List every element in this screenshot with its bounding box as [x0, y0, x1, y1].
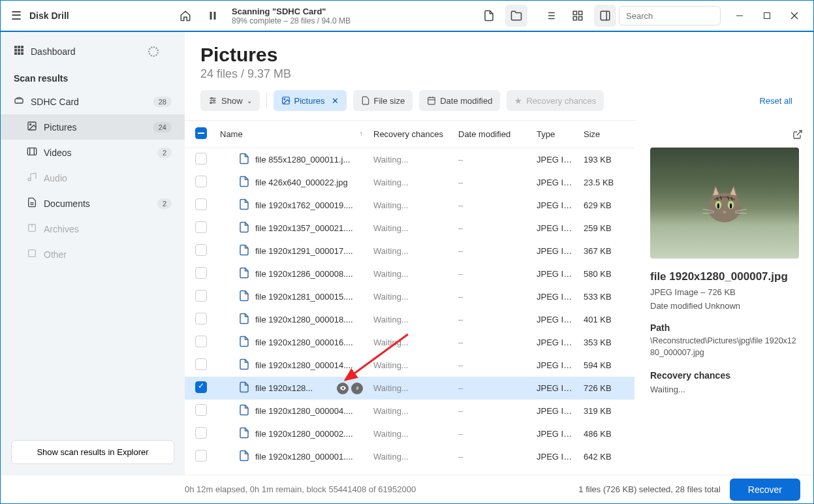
table-row[interactable]: file 426x640_000022.jpgWaiting...–JPEG I… — [185, 171, 634, 194]
divider — [266, 93, 267, 108]
column-header-size[interactable]: Size — [578, 121, 634, 148]
select-all-checkbox[interactable] — [195, 127, 207, 139]
table-row[interactable]: file 855x1280_000011.j...Waiting...–JPEG… — [185, 148, 634, 172]
svg-rect-12 — [601, 11, 610, 20]
row-checkbox[interactable] — [195, 176, 207, 187]
recovery-cell: Waiting... — [368, 217, 453, 240]
recovery-cell: Waiting... — [368, 285, 453, 308]
row-checkbox[interactable] — [195, 221, 207, 233]
column-header-recovery[interactable]: Recovery chances — [368, 121, 453, 148]
sidebar-item-audio[interactable]: Audio — [1, 165, 185, 191]
size-cell: 367 KB — [578, 240, 634, 262]
row-checkbox[interactable] — [195, 244, 207, 256]
sidebar-item-dashboard[interactable]: Dashboard — [1, 39, 185, 64]
row-checkbox[interactable] — [195, 404, 207, 416]
sidebar-badge: 2 — [157, 148, 172, 158]
sidebar-item-pictures[interactable]: Pictures24 — [1, 114, 185, 140]
close-button[interactable] — [781, 6, 808, 25]
maximize-button[interactable] — [753, 6, 781, 25]
sidebar-item-videos[interactable]: Videos2 — [1, 140, 185, 165]
svg-point-41 — [211, 97, 212, 99]
recovery-filter-label: Recovery chances — [526, 96, 596, 106]
sidebar-item-other[interactable]: Other — [1, 242, 185, 267]
show-filter-button[interactable]: Show ⌄ — [200, 90, 260, 111]
sidebar-item-archives[interactable]: Archives — [1, 216, 185, 242]
drive-icon — [14, 95, 31, 108]
panel-view-button[interactable] — [594, 5, 616, 27]
row-checkbox[interactable] — [195, 358, 207, 370]
date-cell: – — [453, 377, 531, 400]
preview-icon[interactable] — [337, 383, 349, 394]
search-input[interactable] — [626, 11, 736, 21]
reset-filters-link[interactable]: Reset all — [759, 96, 792, 106]
document-view-button[interactable] — [478, 5, 500, 27]
datemod-filter-button[interactable]: Date modified — [419, 90, 500, 111]
table-row[interactable]: file 1920x1280_000014....Waiting...–JPEG… — [185, 354, 634, 377]
scan-subtitle: 89% complete – 28 files / 94.0 MB — [232, 16, 351, 25]
size-cell: 353 KB — [578, 331, 634, 354]
pause-button[interactable] — [202, 5, 224, 27]
minimize-button[interactable] — [726, 6, 753, 25]
datemod-filter-label: Date modified — [440, 96, 492, 106]
recovery-cell: Waiting... — [368, 308, 453, 331]
pictures-filter-chip[interactable]: Pictures ✕ — [274, 90, 347, 111]
size-cell: 533 KB — [578, 285, 634, 308]
grid-view-button[interactable] — [567, 5, 589, 27]
row-checkbox[interactable] — [195, 336, 207, 347]
sidebar-item-label: Archives — [44, 224, 79, 234]
dashboard-icon — [14, 45, 31, 57]
chevron-down-icon: ⌄ — [247, 97, 252, 104]
column-header-date[interactable]: Date modified — [453, 121, 531, 148]
svg-point-43 — [213, 100, 215, 101]
svg-point-63 — [717, 203, 719, 208]
row-checkbox[interactable] — [195, 427, 207, 439]
sidebar-item-documents[interactable]: Documents2 — [1, 191, 185, 216]
table-row[interactable]: file 1920x1280_000004....Waiting...–JPEG… — [185, 400, 634, 422]
folder-view-button[interactable] — [505, 5, 527, 27]
column-header-type[interactable]: Type — [531, 121, 578, 148]
hamburger-icon[interactable]: ☰ — [6, 8, 27, 23]
recover-button[interactable]: Recover — [730, 479, 800, 501]
table-row[interactable]: file 1920x1280_000016....Waiting...–JPEG… — [185, 331, 634, 354]
type-cell: JPEG Im... — [531, 331, 578, 354]
table-row[interactable]: file 1920x1286_000008....Waiting...–JPEG… — [185, 262, 634, 285]
file-name: file 1920x128... — [255, 383, 332, 393]
show-in-explorer-button[interactable]: Show scan results in Explorer — [11, 440, 174, 464]
file-icon — [238, 427, 250, 441]
table-row[interactable]: file 1920x1280_000001....Waiting...–JPEG… — [185, 445, 634, 468]
size-cell: 726 KB — [578, 377, 634, 400]
hex-icon[interactable]: # — [351, 383, 363, 394]
svg-rect-0 — [210, 12, 212, 20]
search-box[interactable] — [619, 6, 721, 25]
type-cell: JPEG Im... — [531, 148, 578, 172]
row-checkbox[interactable] — [195, 450, 207, 462]
row-checkbox[interactable] — [195, 313, 207, 324]
file-table-wrapper[interactable]: Name↑ Recovery chances Date modified Typ… — [185, 120, 637, 475]
table-row[interactable]: file 1920x1280_000018....Waiting...–JPEG… — [185, 308, 634, 331]
row-checkbox[interactable] — [195, 267, 207, 279]
table-row[interactable]: file 1920x1357_000021....Waiting...–JPEG… — [185, 217, 634, 240]
home-button[interactable] — [174, 5, 196, 27]
filesize-filter-button[interactable]: File size — [353, 90, 413, 111]
sidebar-item-sdhc-card[interactable]: SDHC Card28 — [1, 89, 185, 114]
table-row[interactable]: file 1920x1281_000015....Waiting...–JPEG… — [185, 285, 634, 308]
table-row[interactable]: file 1920x128...#Waiting...–JPEG Im...72… — [185, 377, 634, 400]
popout-button[interactable] — [792, 129, 803, 142]
row-checkbox[interactable] — [195, 153, 207, 165]
details-recovery: Waiting... — [650, 385, 800, 394]
row-checkbox[interactable] — [195, 381, 207, 393]
recovery-filter-button[interactable]: ★ Recovery chances — [507, 90, 604, 111]
table-row[interactable]: file 1920x1762_000019....Waiting...–JPEG… — [185, 194, 634, 217]
close-icon[interactable]: ✕ — [332, 96, 339, 106]
svg-rect-39 — [29, 250, 36, 257]
column-header-name[interactable]: Name↑ — [215, 121, 368, 148]
row-checkbox[interactable] — [195, 290, 207, 302]
table-row[interactable]: file 1920x1291_000017....Waiting...–JPEG… — [185, 240, 634, 262]
date-cell: – — [453, 331, 531, 354]
sidebar-item-label: Documents — [44, 198, 90, 209]
type-cell: JPEG Im... — [531, 400, 578, 422]
type-cell: JPEG Im... — [531, 285, 578, 308]
table-row[interactable]: file 1920x1280_000002....Waiting...–JPEG… — [185, 422, 634, 445]
row-checkbox[interactable] — [195, 198, 207, 210]
list-view-button[interactable] — [539, 5, 561, 27]
